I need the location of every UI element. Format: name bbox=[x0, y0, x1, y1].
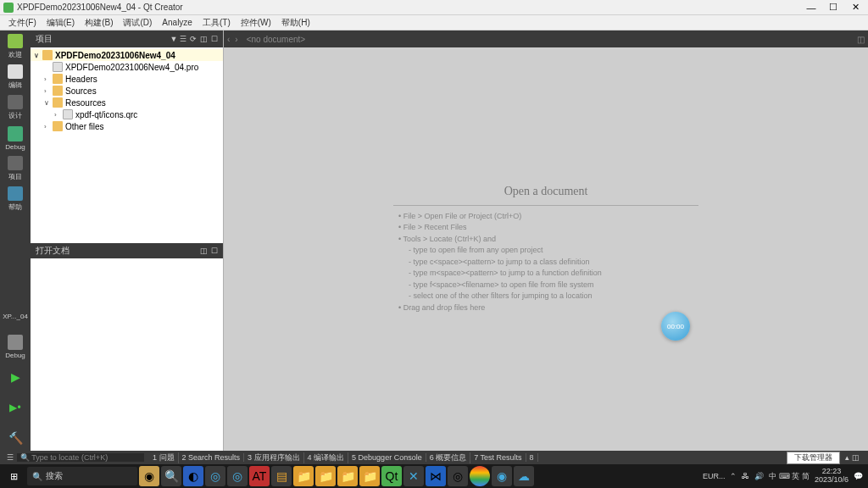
tree-sources[interactable]: ›Sources bbox=[31, 85, 223, 97]
mode-edit[interactable]: 编辑 bbox=[3, 64, 28, 90]
mode-projects[interactable]: 项目 bbox=[3, 156, 28, 181]
editor-area: ‹ › <no document> ◫ Open a document • Fi… bbox=[224, 30, 868, 451]
output-search[interactable]: 2 Search Results bbox=[179, 453, 245, 462]
close-icon[interactable]: ☐ bbox=[211, 247, 218, 255]
close-button[interactable]: ✕ bbox=[849, 2, 861, 14]
menu-edit[interactable]: 编辑(E) bbox=[42, 17, 80, 29]
taskbar-app1-icon[interactable]: 🔍 bbox=[161, 466, 181, 486]
titlebar: XPDFDemo20231006New4_04 - Qt Creator — ☐… bbox=[0, 0, 868, 15]
menu-debug[interactable]: 调试(D) bbox=[118, 17, 157, 29]
taskbar-app5-icon[interactable]: AT bbox=[249, 466, 270, 486]
menu-widgets[interactable]: 控件(W) bbox=[236, 17, 276, 29]
tray-volume-icon[interactable]: 🔊 bbox=[754, 472, 764, 480]
close-panel-icon[interactable]: ☐ bbox=[211, 35, 218, 43]
output-app[interactable]: 3 应用程序输出 bbox=[244, 452, 304, 463]
folder-icon bbox=[53, 74, 63, 84]
taskbar-app8-icon[interactable]: ◎ bbox=[448, 466, 468, 486]
welcome-title: Open a document bbox=[504, 185, 588, 198]
tray-network-icon[interactable]: 🖧 bbox=[742, 472, 749, 480]
taskbar-app3-icon[interactable]: ◎ bbox=[205, 466, 225, 486]
timer-overlay[interactable]: 00:00 bbox=[661, 312, 690, 341]
taskbar-app2-icon[interactable]: ◐ bbox=[183, 466, 203, 486]
taskbar-app9-icon[interactable]: ◉ bbox=[492, 466, 512, 486]
taskbar-app7-icon[interactable]: ✕ bbox=[403, 466, 424, 486]
tree-root[interactable]: ∨XPDFDemo20231006New4_04 bbox=[31, 49, 223, 61]
taskbar-coin-icon[interactable]: ◉ bbox=[139, 466, 159, 486]
tray-ime[interactable]: 中 ⌨ 英 简 bbox=[769, 471, 810, 482]
window-title: XPDFDemo20231006New4_04 - Qt Creator bbox=[17, 3, 805, 12]
menu-help[interactable]: 帮助(H) bbox=[276, 17, 315, 29]
taskbar-app6-icon[interactable]: ▤ bbox=[271, 466, 292, 486]
kit-selector[interactable]: XP..._04 bbox=[3, 303, 28, 329]
taskbar-folder2-icon[interactable]: 📁 bbox=[315, 466, 336, 486]
menu-tools[interactable]: 工具(T) bbox=[198, 17, 236, 29]
editor-split-icon[interactable]: ◫ bbox=[857, 35, 865, 44]
output-tests[interactable]: 7 Test Results bbox=[470, 453, 526, 462]
output-bar: ☰ 🔍 Type to locate (Ctrl+K) 1 问题 2 Searc… bbox=[0, 451, 868, 464]
nav-forward-icon[interactable]: › bbox=[235, 35, 237, 44]
tray-notifications-icon[interactable]: 💬 bbox=[854, 472, 863, 480]
tray-currency[interactable]: EUR... bbox=[703, 472, 726, 480]
nav-back-icon[interactable]: ‹ bbox=[227, 35, 230, 44]
taskbar-app10-icon[interactable]: ☁ bbox=[514, 466, 534, 486]
tray-clock[interactable]: 22:23 2023/10/6 bbox=[815, 468, 849, 485]
maximize-button[interactable]: ☐ bbox=[827, 2, 839, 14]
tree-other[interactable]: ›Other files bbox=[31, 120, 223, 132]
taskbar-folder-icon[interactable]: 📁 bbox=[293, 466, 314, 486]
mode-help[interactable]: 帮助 bbox=[3, 186, 28, 212]
mode-welcome[interactable]: 欢迎 bbox=[3, 34, 28, 59]
editor-tab-bar: ‹ › <no document> ◫ bbox=[224, 30, 868, 47]
system-tray[interactable]: EUR... ⌃ 🖧 🔊 中 ⌨ 英 简 22:23 2023/10/6 💬 bbox=[703, 468, 866, 485]
output-toggle-icon[interactable]: ☰ bbox=[3, 453, 17, 462]
menu-build[interactable]: 构建(B) bbox=[80, 17, 118, 29]
folder-icon bbox=[53, 97, 63, 108]
split-icon[interactable]: ◫ bbox=[200, 247, 208, 255]
progress-toggle-icon[interactable]: ▴ ◫ bbox=[840, 453, 865, 462]
output-compile[interactable]: 4 编译输出 bbox=[304, 452, 349, 463]
output-issues[interactable]: 1 问题 bbox=[149, 452, 179, 463]
tray-up-icon[interactable]: ⌃ bbox=[730, 472, 737, 480]
project-tree[interactable]: ∨XPDFDemo20231006New4_04 XPDFDemo2023100… bbox=[31, 47, 223, 243]
welcome-pane: Open a document • File > Open File or Pr… bbox=[224, 47, 868, 451]
welcome-hints: • File > Open File or Project (Ctrl+O) •… bbox=[393, 205, 698, 314]
no-document-label: <no document> bbox=[247, 35, 306, 44]
sync-icon[interactable]: ⟳ bbox=[190, 35, 197, 43]
open-documents-list[interactable] bbox=[31, 258, 223, 451]
tree-pro-file[interactable]: XPDFDemo20231006New4_04.pro bbox=[31, 61, 223, 73]
menu-analyze[interactable]: Analyze bbox=[157, 18, 198, 27]
start-button[interactable]: ⊞ bbox=[2, 466, 25, 486]
project-panel: 项目 ▼ ☰ ⟳ ◫ ☐ ∨XPDFDemo20231006New4_04 XP… bbox=[31, 30, 224, 451]
file-icon bbox=[53, 62, 63, 72]
mode-sidebar: 欢迎 编辑 设计 Debug 项目 帮助 XP..._04 Debug ▶ ▶•… bbox=[0, 30, 31, 451]
mode-design[interactable]: 设计 bbox=[3, 95, 28, 120]
filter-icon[interactable]: ▼ ☰ bbox=[170, 35, 186, 43]
taskbar-folder4-icon[interactable]: 📁 bbox=[359, 466, 380, 486]
taskbar-app4-icon[interactable]: ◎ bbox=[227, 466, 248, 486]
tree-resources[interactable]: ∨Resources bbox=[31, 97, 223, 108]
output-debugger[interactable]: 5 Debugger Console bbox=[348, 453, 426, 462]
taskbar: ⊞ 🔍 搜索 ◉ 🔍 ◐ ◎ ◎ AT ▤ 📁 📁 📁 📁 Qt ✕ ⋈ ◎ ◉… bbox=[0, 464, 868, 488]
run-button[interactable]: ▶ bbox=[3, 364, 28, 390]
taskbar-chrome-icon[interactable] bbox=[470, 466, 490, 486]
folder-icon bbox=[53, 86, 63, 96]
mode-debug[interactable]: Debug bbox=[3, 125, 28, 151]
open-documents-header: 打开文档 ◫ ☐ bbox=[31, 243, 223, 258]
taskbar-qtcreator-icon[interactable]: Qt bbox=[381, 466, 402, 486]
taskbar-folder3-icon[interactable]: 📁 bbox=[337, 466, 358, 486]
output-8[interactable]: 8 bbox=[526, 453, 538, 462]
output-general[interactable]: 6 概要信息 bbox=[426, 452, 471, 463]
locator-input[interactable]: 🔍 Type to locate (Ctrl+K) bbox=[17, 453, 144, 462]
taskbar-vscode-icon[interactable]: ⋈ bbox=[426, 466, 446, 486]
debug-run-button[interactable]: ▶• bbox=[3, 395, 28, 420]
tree-qrc[interactable]: ›xpdf-qt/icons.qrc bbox=[31, 108, 223, 120]
app-icon bbox=[3, 3, 14, 13]
split-icon[interactable]: ◫ bbox=[200, 35, 208, 43]
build-config[interactable]: Debug bbox=[3, 334, 28, 359]
tree-headers[interactable]: ›Headers bbox=[31, 73, 223, 85]
minimize-button[interactable]: — bbox=[805, 2, 817, 14]
menubar: 文件(F) 编辑(E) 构建(B) 调试(D) Analyze 工具(T) 控件… bbox=[0, 15, 868, 30]
menu-file[interactable]: 文件(F) bbox=[3, 17, 42, 29]
taskbar-search[interactable]: 🔍 搜索 bbox=[27, 467, 137, 485]
download-manager[interactable]: 下载管理器 bbox=[787, 452, 840, 464]
build-button[interactable]: 🔨 bbox=[3, 425, 28, 451]
